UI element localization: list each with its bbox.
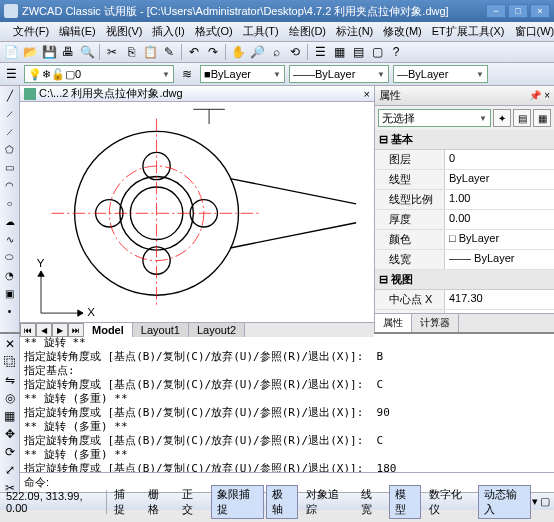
cut-icon[interactable]: ✂ bbox=[103, 43, 121, 61]
xline-icon[interactable]: ⟋ bbox=[2, 105, 18, 121]
offset-icon[interactable]: ◎ bbox=[1, 390, 19, 406]
linetype-combo[interactable]: —— ByLayer▼ bbox=[289, 65, 389, 83]
tab-next[interactable]: ▶ bbox=[52, 323, 68, 337]
rotate-icon[interactable]: ⟳ bbox=[1, 444, 19, 460]
prop-layer[interactable]: 0 bbox=[445, 150, 554, 169]
dyn-input-toggle[interactable]: 动态输入 bbox=[478, 485, 531, 519]
tab-prev[interactable]: ◀ bbox=[36, 323, 52, 337]
open-icon[interactable]: 📂 bbox=[21, 43, 39, 61]
menu-window[interactable]: 窗口(W) bbox=[510, 22, 554, 41]
lineweight-combo[interactable]: — ByLayer▼ bbox=[393, 65, 488, 83]
menu-dim[interactable]: 标注(N) bbox=[331, 22, 378, 41]
menu-tools[interactable]: 工具(T) bbox=[238, 22, 284, 41]
quick-select-icon[interactable]: ✦ bbox=[493, 109, 511, 127]
maximize-button[interactable]: □ bbox=[508, 4, 528, 18]
spline-icon[interactable]: ∿ bbox=[2, 231, 18, 247]
menu-modify[interactable]: 修改(M) bbox=[378, 22, 427, 41]
copy-icon[interactable]: ⎘ bbox=[122, 43, 140, 61]
command-history[interactable]: ** 旋转 ** 指定旋转角度或 [基点(B)/复制(C)/放弃(U)/参照(R… bbox=[20, 334, 554, 472]
ellipse-arc-icon[interactable]: ◔ bbox=[2, 267, 18, 283]
scale-icon[interactable]: ⤢ bbox=[1, 462, 19, 478]
zoom-prev-icon[interactable]: ⟲ bbox=[286, 43, 304, 61]
paste-icon[interactable]: 📋 bbox=[141, 43, 159, 61]
layer-combo[interactable]: 💡❄🔓▢ 0▼ bbox=[24, 65, 174, 83]
prop-linetype[interactable]: ByLayer bbox=[445, 170, 554, 189]
properties-icon[interactable]: ☰ bbox=[311, 43, 329, 61]
model-toggle[interactable]: 模型 bbox=[389, 485, 421, 519]
undo-icon[interactable]: ↶ bbox=[185, 43, 203, 61]
tool-palette-icon[interactable]: ▤ bbox=[349, 43, 367, 61]
polygon-icon[interactable]: ⬠ bbox=[2, 141, 18, 157]
calculator-icon[interactable]: ▢ bbox=[368, 43, 386, 61]
tablet-toggle[interactable]: 数字化仪 bbox=[423, 485, 476, 519]
osnap-toggle[interactable]: 象限捕捉 bbox=[211, 485, 264, 519]
array-icon[interactable]: ▦ bbox=[1, 408, 19, 424]
snap-toggle[interactable]: 捕捉 bbox=[108, 485, 140, 519]
redo-icon[interactable]: ↷ bbox=[204, 43, 222, 61]
save-icon[interactable]: 💾 bbox=[40, 43, 58, 61]
pline-icon[interactable]: ⟋ bbox=[2, 123, 18, 139]
line-icon[interactable]: ╱ bbox=[2, 87, 18, 103]
status-annot-icon[interactable]: ▢ bbox=[540, 495, 550, 508]
cat-basic[interactable]: ⊟基本 bbox=[375, 130, 554, 150]
design-center-icon[interactable]: ▦ bbox=[330, 43, 348, 61]
arc-icon[interactable]: ◠ bbox=[2, 177, 18, 193]
otrack-toggle[interactable]: 对象追踪 bbox=[300, 485, 353, 519]
pick-add-icon[interactable]: ▤ bbox=[513, 109, 531, 127]
point-icon[interactable]: • bbox=[2, 303, 18, 319]
minimize-button[interactable]: − bbox=[486, 4, 506, 18]
menu-draw[interactable]: 绘图(D) bbox=[284, 22, 331, 41]
rectangle-icon[interactable]: ▭ bbox=[2, 159, 18, 175]
status-tray-icon[interactable]: ▾ bbox=[532, 495, 538, 508]
pin-icon[interactable]: 📌 × bbox=[529, 90, 550, 101]
select-obj-icon[interactable]: ▦ bbox=[533, 109, 551, 127]
revcloud-icon[interactable]: ☁ bbox=[2, 213, 18, 229]
prop-thickness[interactable]: 0.00 bbox=[445, 210, 554, 229]
tab-properties[interactable]: 属性 bbox=[375, 314, 412, 332]
pan-icon[interactable]: ✋ bbox=[229, 43, 247, 61]
tab-layout2[interactable]: Layout2 bbox=[189, 323, 245, 337]
coordinates[interactable]: 522.09, 313.99, 0.00 bbox=[0, 490, 107, 514]
close-button[interactable]: × bbox=[530, 4, 550, 18]
help-icon[interactable]: ? bbox=[387, 43, 405, 61]
menu-et[interactable]: ET扩展工具(X) bbox=[427, 22, 510, 41]
mirror-icon[interactable]: ⇋ bbox=[1, 372, 19, 388]
ortho-toggle[interactable]: 正交 bbox=[176, 485, 208, 519]
circle-icon[interactable]: ○ bbox=[2, 195, 18, 211]
new-icon[interactable]: 📄 bbox=[2, 43, 20, 61]
zoom-window-icon[interactable]: ⌕ bbox=[267, 43, 285, 61]
prop-lineweight[interactable]: —— ByLayer bbox=[445, 250, 554, 269]
zoom-icon[interactable]: 🔎 bbox=[248, 43, 266, 61]
canvas[interactable]: X Y bbox=[20, 102, 374, 322]
preview-icon[interactable]: 🔍 bbox=[78, 43, 96, 61]
move-icon[interactable]: ✥ bbox=[1, 426, 19, 442]
block-icon[interactable]: ▣ bbox=[2, 285, 18, 301]
color-combo[interactable]: ■ ByLayer▼ bbox=[200, 65, 285, 83]
print-icon[interactable]: 🖶 bbox=[59, 43, 77, 61]
cat-view[interactable]: ⊟视图 bbox=[375, 270, 554, 290]
tab-last[interactable]: ⏭ bbox=[68, 323, 84, 337]
prop-ltscale[interactable]: 1.00 bbox=[445, 190, 554, 209]
erase-icon[interactable]: ✕ bbox=[1, 336, 19, 352]
tab-calculator[interactable]: 计算器 bbox=[412, 314, 459, 332]
menu-insert[interactable]: 插入(I) bbox=[147, 22, 189, 41]
copy-obj-icon[interactable]: ⿻ bbox=[1, 354, 19, 370]
document-tab[interactable]: C:\...2 利用夹点拉伸对象.dwg × bbox=[20, 86, 374, 102]
selection-combo[interactable]: 无选择▼ bbox=[378, 109, 491, 127]
menu-format[interactable]: 格式(O) bbox=[190, 22, 238, 41]
polar-toggle[interactable]: 极轴 bbox=[266, 485, 298, 519]
prop-center-x[interactable]: 417.30 bbox=[445, 290, 554, 309]
layer-manager-icon[interactable]: ☰ bbox=[2, 65, 20, 83]
layer-prev-icon[interactable]: ≋ bbox=[178, 65, 196, 83]
doc-close-icon[interactable]: × bbox=[364, 88, 370, 100]
tab-layout1[interactable]: Layout1 bbox=[133, 323, 189, 337]
tab-model[interactable]: Model bbox=[84, 323, 133, 337]
menu-view[interactable]: 视图(V) bbox=[101, 22, 148, 41]
tab-first[interactable]: ⏮ bbox=[20, 323, 36, 337]
prop-color[interactable]: □ ByLayer bbox=[445, 230, 554, 249]
match-icon[interactable]: ✎ bbox=[160, 43, 178, 61]
grid-toggle[interactable]: 栅格 bbox=[142, 485, 174, 519]
menu-edit[interactable]: 编辑(E) bbox=[54, 22, 101, 41]
ellipse-icon[interactable]: ⬭ bbox=[2, 249, 18, 265]
lweight-toggle[interactable]: 线宽 bbox=[355, 485, 387, 519]
